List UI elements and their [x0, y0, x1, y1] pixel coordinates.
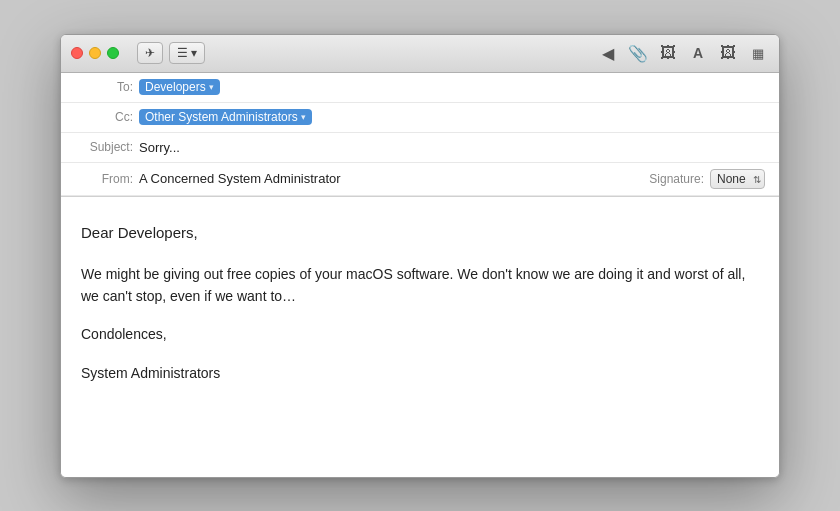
signature-paragraph: System Administrators: [81, 362, 759, 384]
close-button[interactable]: [71, 47, 83, 59]
subject-row: Subject: Sorry...: [61, 133, 779, 163]
font-icon[interactable]: A: [687, 42, 709, 64]
signature-group: Signature: None: [649, 169, 765, 189]
to-chip-chevron-icon: ▾: [209, 82, 214, 92]
to-field[interactable]: Developers ▾: [139, 79, 765, 95]
titlebar: ✈ ☰ ▾ ◀ 📎 🖼 A 🖼 ▦: [61, 35, 779, 73]
subject-value: Sorry...: [139, 140, 180, 155]
signature-select[interactable]: None: [710, 169, 765, 189]
table-icon[interactable]: ▦: [747, 42, 769, 64]
photo-icon[interactable]: 🖼: [657, 42, 679, 64]
send-icon: ✈: [145, 46, 155, 60]
paperclip-icon[interactable]: 📎: [627, 42, 649, 64]
to-row: To: Developers ▾: [61, 73, 779, 103]
menu-icon: ☰: [177, 46, 188, 60]
cc-row: Cc: Other System Administrators ▾: [61, 103, 779, 133]
menu-chevron-icon: ▾: [191, 46, 197, 60]
send-button[interactable]: ✈: [137, 42, 163, 64]
cc-chip[interactable]: Other System Administrators ▾: [139, 109, 312, 125]
compose-body[interactable]: Dear Developers, We might be giving out …: [61, 197, 779, 477]
cc-chip-label: Other System Administrators: [145, 110, 298, 124]
from-label: From:: [75, 172, 133, 186]
minimize-button[interactable]: [89, 47, 101, 59]
closing-text: Condolences,: [81, 326, 167, 342]
to-label: To:: [75, 80, 133, 94]
cc-field[interactable]: Other System Administrators ▾: [139, 109, 765, 125]
cc-chip-chevron-icon: ▾: [301, 112, 306, 122]
subject-label: Subject:: [75, 140, 133, 154]
image-icon[interactable]: 🖼: [717, 42, 739, 64]
traffic-lights: [71, 47, 119, 59]
cc-label: Cc:: [75, 110, 133, 124]
signature-label: Signature:: [649, 172, 704, 186]
from-row: From: A Concerned System Administrator S…: [61, 163, 779, 196]
menu-button[interactable]: ☰ ▾: [169, 42, 205, 64]
to-chip-label: Developers: [145, 80, 206, 94]
subject-field[interactable]: Sorry...: [139, 140, 765, 155]
body-paragraph-1: We might be giving out free copies of yo…: [81, 263, 759, 308]
back-icon[interactable]: ◀: [597, 42, 619, 64]
signature-select-wrapper: None: [710, 169, 765, 189]
compose-window: ✈ ☰ ▾ ◀ 📎 🖼 A 🖼 ▦ To:: [60, 34, 780, 478]
maximize-button[interactable]: [107, 47, 119, 59]
closing-paragraph: Condolences,: [81, 323, 759, 345]
to-chip[interactable]: Developers ▾: [139, 79, 220, 95]
titlebar-left-actions: ✈ ☰ ▾: [137, 42, 205, 64]
greeting-paragraph: Dear Developers,: [81, 221, 759, 245]
compose-fields: To: Developers ▾ Cc: Other System Admini…: [61, 73, 779, 197]
from-value: A Concerned System Administrator: [139, 171, 649, 186]
titlebar-right-actions: ◀ 📎 🖼 A 🖼 ▦: [597, 42, 769, 64]
